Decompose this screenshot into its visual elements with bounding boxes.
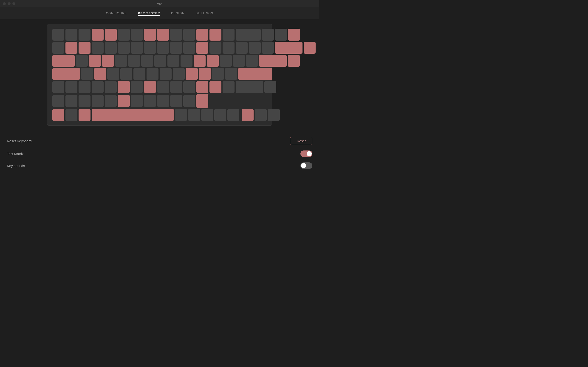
key[interactable] [92,29,104,41]
key[interactable] [209,81,221,93]
key[interactable] [236,81,263,93]
key[interactable] [201,109,213,121]
key[interactable] [105,81,117,93]
key[interactable] [262,42,274,54]
key[interactable] [207,55,219,67]
key[interactable] [78,95,90,107]
key[interactable] [118,95,130,107]
key[interactable] [76,55,88,67]
key[interactable] [223,29,234,41]
key[interactable] [196,29,208,41]
key[interactable] [89,55,101,67]
key[interactable] [186,68,198,80]
key[interactable] [194,55,206,67]
key[interactable] [170,81,182,93]
key[interactable] [92,95,104,107]
key[interactable] [188,109,200,121]
key[interactable] [118,29,130,41]
key[interactable] [236,29,261,41]
maximize-button[interactable] [12,2,15,5]
key[interactable] [157,42,169,54]
key[interactable] [65,42,78,54]
key[interactable] [196,42,208,54]
reset-button[interactable]: Reset [290,137,312,145]
key[interactable] [147,68,158,80]
key[interactable] [157,81,169,93]
key[interactable] [52,95,64,107]
key[interactable] [107,68,119,80]
tab-settings[interactable]: SETTINGS [196,10,213,16]
key[interactable] [170,42,182,54]
key[interactable] [105,42,117,54]
key[interactable] [115,55,127,67]
key[interactable] [157,95,169,107]
key[interactable] [52,109,64,121]
key[interactable] [275,42,303,54]
key-sounds-track[interactable] [300,162,312,169]
key[interactable] [160,68,172,80]
key[interactable] [65,81,78,93]
key[interactable] [181,55,192,67]
key[interactable] [275,29,287,41]
key[interactable] [170,29,182,41]
key[interactable] [183,81,195,93]
key[interactable] [102,55,114,67]
key[interactable] [133,68,145,80]
key[interactable] [131,95,143,107]
key[interactable] [223,42,234,54]
key[interactable] [131,81,143,93]
key[interactable] [220,55,232,67]
key[interactable] [154,55,166,67]
key[interactable] [183,95,195,107]
key[interactable] [94,68,106,80]
key[interactable] [249,42,261,54]
key[interactable] [78,42,90,54]
key[interactable] [175,109,187,121]
key[interactable] [209,42,221,54]
key[interactable] [52,29,64,41]
test-matrix-track[interactable] [300,150,312,157]
key[interactable] [262,29,274,41]
key[interactable] [52,42,64,54]
key[interactable] [268,109,280,121]
key[interactable] [242,109,254,121]
tab-design[interactable]: DESIGN [171,10,185,16]
key[interactable] [65,109,78,121]
test-matrix-toggle[interactable] [300,150,312,157]
key[interactable] [105,29,117,41]
key[interactable] [212,68,224,80]
tab-configure[interactable]: CONFIGURE [106,10,127,16]
key[interactable] [173,68,185,80]
key[interactable] [144,81,156,93]
key[interactable] [52,81,64,93]
key[interactable] [223,81,234,93]
key[interactable] [196,94,208,108]
key[interactable] [233,55,245,67]
key-sounds-toggle[interactable] [300,162,312,169]
key[interactable] [128,55,140,67]
key[interactable] [264,81,276,93]
key[interactable] [65,95,78,107]
key[interactable] [118,81,130,93]
key[interactable] [209,29,221,41]
key[interactable] [65,29,78,41]
key[interactable] [157,29,169,41]
key[interactable] [144,29,156,41]
key[interactable] [81,68,93,80]
key[interactable] [227,109,239,121]
key[interactable] [259,55,287,67]
key[interactable] [196,81,208,93]
key[interactable] [144,95,156,107]
key[interactable] [131,42,143,54]
key[interactable] [141,55,153,67]
key[interactable] [92,81,104,93]
key[interactable] [170,95,182,107]
key[interactable] [144,42,156,54]
minimize-button[interactable] [8,2,10,5]
key[interactable] [131,29,143,41]
key[interactable] [236,42,248,54]
key[interactable] [255,109,267,121]
spacebar[interactable] [92,109,174,121]
key[interactable] [225,68,237,80]
tab-key-tester[interactable]: KEY TESTER [138,10,160,16]
